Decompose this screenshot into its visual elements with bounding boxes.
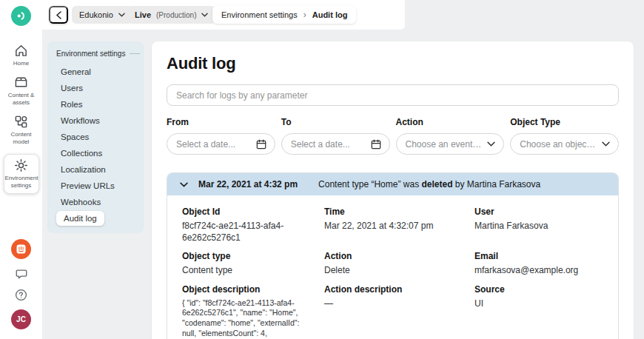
filter-label: To bbox=[281, 117, 390, 127]
breadcrumb-separator: › bbox=[303, 10, 306, 20]
detail-source: Source UI bbox=[474, 284, 603, 339]
sidebar-item-environment-settings[interactable]: Environment settings bbox=[4, 154, 39, 194]
calendar-icon bbox=[371, 139, 381, 150]
to-date-picker[interactable]: Select a date... bbox=[281, 133, 390, 155]
rail-bottom: JC bbox=[11, 239, 31, 329]
detail-object-description: Object description { "id": "f8cf724c-ae2… bbox=[182, 284, 324, 339]
detail-time: Time Mar 22, 2021 at 4:32:07 pm bbox=[324, 207, 474, 244]
filter-from: From Select a date... bbox=[167, 117, 275, 155]
project-selector[interactable]: Edukonio bbox=[72, 6, 133, 24]
home-icon bbox=[14, 44, 28, 58]
sidebar-item-label: Environment settings bbox=[5, 175, 38, 189]
intercom-chat-icon bbox=[16, 244, 27, 255]
environment-name: Live bbox=[135, 10, 151, 19]
settings-nav-item-webhooks[interactable]: Webhooks bbox=[56, 195, 105, 209]
filter-to: To Select a date... bbox=[281, 117, 390, 155]
app-icon-rail: Home Content & assets Content model Envi… bbox=[0, 0, 42, 339]
feedback-button[interactable] bbox=[15, 267, 28, 281]
back-chevron-icon bbox=[56, 11, 61, 19]
settings-nav-item-localization[interactable]: Localization bbox=[56, 162, 110, 177]
sidebar-item-home[interactable]: Home bbox=[13, 44, 29, 67]
help-button[interactable] bbox=[15, 289, 27, 301]
sidebar-item-content-model[interactable]: Content model bbox=[5, 115, 38, 146]
object-type-select[interactable]: Choose an object ty... bbox=[510, 133, 619, 155]
settings-nav-title: Environment settings bbox=[56, 50, 136, 58]
detail-email: Email mfarkasova@example.org bbox=[474, 251, 603, 277]
detail-user: User Martina Farkasova bbox=[474, 207, 603, 244]
help-icon bbox=[15, 289, 27, 301]
sidebar-item-label: Content & assets bbox=[5, 92, 38, 107]
filter-label: Action bbox=[396, 117, 505, 127]
log-entry-timestamp: Mar 22, 2021 at 4:32 pm bbox=[198, 179, 298, 189]
environment-suffix: (Production) bbox=[156, 11, 196, 19]
from-date-picker[interactable]: Select a date... bbox=[167, 133, 275, 155]
chat-bubble-icon bbox=[15, 267, 28, 281]
chevron-down-icon bbox=[602, 141, 610, 147]
calendar-icon bbox=[256, 139, 266, 150]
sidebar-item-content-assets[interactable]: Content & assets bbox=[5, 75, 38, 107]
settings-nav-item-roles[interactable]: Roles bbox=[56, 97, 87, 112]
project-name: Edukonio bbox=[79, 10, 113, 19]
filter-label: Object Type bbox=[510, 117, 619, 127]
log-entry-summary: Content type “Home” was deleted by Marti… bbox=[318, 179, 540, 189]
filter-label: From bbox=[167, 117, 275, 127]
collapse-chevron-icon[interactable] bbox=[180, 182, 188, 187]
breadcrumb-item-environment-settings[interactable]: Environment settings bbox=[221, 10, 298, 19]
log-entry: Mar 22, 2021 at 4:32 pm Content type “Ho… bbox=[167, 172, 619, 339]
log-entry-header[interactable]: Mar 22, 2021 at 4:32 pm Content type “Ho… bbox=[167, 173, 618, 195]
chevron-down-icon bbox=[201, 13, 208, 17]
page-title: Audit log bbox=[167, 54, 619, 73]
settings-nav-item-spaces[interactable]: Spaces bbox=[56, 130, 93, 144]
app-logo[interactable] bbox=[11, 6, 31, 26]
filter-action: Action Choose an event type bbox=[396, 117, 505, 155]
detail-action-description: Action description — bbox=[324, 284, 474, 339]
settings-nav-items: General Users Roles Workflows Spaces Col… bbox=[56, 64, 136, 226]
filters-row: From Select a date... To Select a date..… bbox=[167, 117, 619, 155]
main-content: Audit log From Select a date... To Selec… bbox=[152, 41, 634, 339]
settings-nav-item-workflows[interactable]: Workflows bbox=[56, 113, 104, 128]
app-window: Home Content & assets Content model Envi… bbox=[0, 0, 644, 339]
action-select[interactable]: Choose an event type bbox=[396, 133, 505, 155]
settings-nav-panel: Environment settings General Users Roles… bbox=[47, 41, 144, 233]
chevron-down-icon bbox=[487, 141, 495, 147]
filter-object-type: Object Type Choose an object ty... bbox=[510, 117, 619, 155]
title-rule bbox=[130, 53, 140, 54]
sidebar-item-label: Home bbox=[13, 60, 29, 67]
breadcrumb: Environment settings › Audit log bbox=[212, 6, 356, 24]
settings-nav-item-general[interactable]: General bbox=[56, 64, 95, 79]
environment-selector[interactable]: Live (Production) bbox=[127, 6, 215, 24]
search-input[interactable] bbox=[167, 84, 619, 106]
user-avatar[interactable]: JC bbox=[11, 309, 31, 329]
settings-nav-item-audit-log[interactable]: Audit log bbox=[56, 211, 104, 226]
breadcrumb-item-audit-log[interactable]: Audit log bbox=[312, 10, 348, 19]
back-button[interactable] bbox=[49, 6, 68, 24]
content-model-icon bbox=[14, 115, 28, 129]
settings-nav-item-collections[interactable]: Collections bbox=[56, 146, 107, 161]
detail-action: Action Delete bbox=[324, 251, 474, 277]
log-entry-details: Object Id f8cf724c-ae21-4113-afa4-6e262c… bbox=[167, 195, 618, 339]
brand-mark-icon bbox=[16, 10, 27, 21]
content-assets-icon bbox=[14, 75, 28, 90]
settings-nav-item-users[interactable]: Users bbox=[56, 81, 87, 95]
detail-object-id: Object Id f8cf724c-ae21-4113-afa4-6e262c… bbox=[182, 207, 324, 244]
chevron-down-icon bbox=[118, 13, 125, 17]
detail-object-type: Object type Content type bbox=[182, 251, 324, 277]
gear-icon bbox=[14, 158, 28, 172]
sidebar-item-label: Content model bbox=[5, 131, 38, 146]
intercom-button[interactable] bbox=[11, 239, 31, 259]
settings-nav-item-preview-urls[interactable]: Preview URLs bbox=[56, 178, 119, 193]
